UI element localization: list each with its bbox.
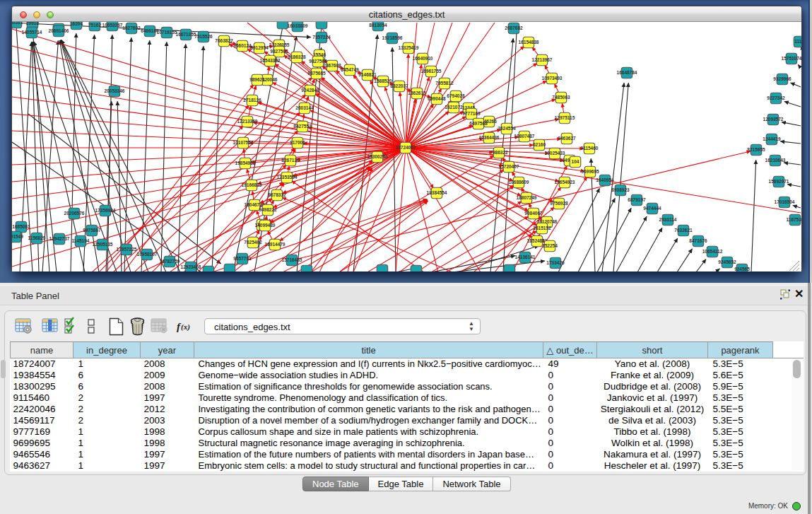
svg-text:16543382: 16543382 — [260, 58, 281, 63]
svg-text:10958107: 10958107 — [137, 252, 158, 257]
svg-text:75162: 75162 — [88, 23, 101, 28]
svg-text:1733426: 1733426 — [546, 260, 565, 265]
svg-text:8912954: 8912954 — [250, 45, 269, 50]
svg-text:9242848: 9242848 — [301, 88, 319, 93]
svg-text:6794028: 6794028 — [447, 93, 465, 98]
svg-text:252254: 252254 — [542, 243, 558, 248]
svg-text:2718126: 2718126 — [243, 98, 261, 103]
svg-text:16046736: 16046736 — [245, 202, 265, 207]
svg-text:1615152: 1615152 — [533, 226, 551, 230]
svg-text:19654923: 19654923 — [555, 180, 575, 185]
svg-text:14099489: 14099489 — [255, 223, 276, 228]
svg-text:16914479: 16914479 — [265, 242, 286, 247]
svg-text:18724007: 18724007 — [396, 145, 416, 150]
svg-text:1167534: 1167534 — [787, 217, 801, 222]
svg-text:9474444: 9474444 — [643, 206, 661, 211]
svg-text:16782759: 16782759 — [160, 259, 180, 264]
svg-text:2933114: 2933114 — [659, 217, 677, 222]
svg-text:104: 104 — [572, 159, 579, 164]
svg-text:9875685: 9875685 — [307, 71, 326, 76]
svg-text:15716485: 15716485 — [282, 257, 302, 262]
svg-text:17359924: 17359924 — [95, 208, 116, 213]
svg-text:19218596: 19218596 — [382, 35, 403, 40]
svg-text:391549: 391549 — [12, 234, 23, 239]
svg-text:9245652: 9245652 — [718, 259, 736, 264]
svg-text:3624554: 3624554 — [498, 126, 516, 131]
svg-text:10654112: 10654112 — [702, 249, 723, 254]
svg-text:9756928: 9756928 — [550, 201, 568, 206]
svg-text:8267130: 8267130 — [281, 158, 300, 163]
svg-text:1588520: 1588520 — [374, 78, 392, 83]
svg-text:7625402: 7625402 — [244, 240, 262, 245]
svg-text:1685061: 1685061 — [12, 224, 30, 229]
svg-text:2367608: 2367608 — [323, 63, 341, 68]
svg-text:12505135: 12505135 — [93, 242, 113, 247]
svg-text:10853267: 10853267 — [102, 23, 123, 28]
svg-text:10719155: 10719155 — [157, 30, 177, 35]
svg-text:8454749: 8454749 — [341, 67, 359, 72]
svg-text:9777169: 9777169 — [462, 111, 481, 116]
svg-text:7632621: 7632621 — [674, 228, 693, 233]
svg-text:12093572: 12093572 — [763, 117, 784, 122]
svg-text:10973493: 10973493 — [542, 76, 563, 81]
svg-text:16648784: 16648784 — [617, 70, 637, 75]
svg-text:8938923: 8938923 — [611, 187, 630, 192]
svg-text:9329966: 9329966 — [773, 76, 792, 81]
svg-text:8322037: 8322037 — [390, 83, 408, 88]
svg-text:9699695: 9699695 — [581, 169, 599, 174]
svg-text:20691406: 20691406 — [49, 28, 69, 33]
svg-text:9463627: 9463627 — [558, 136, 576, 141]
svg-text:29918: 29918 — [26, 22, 39, 25]
svg-text:16210643: 16210643 — [765, 158, 786, 163]
svg-text:10107554: 10107554 — [233, 140, 254, 145]
svg-text:62160: 62160 — [533, 142, 546, 147]
svg-text:2687682: 2687682 — [505, 25, 523, 30]
svg-text:10025433: 10025433 — [545, 151, 565, 156]
svg-text:14136141: 14136141 — [515, 255, 536, 259]
svg-text:9084067: 9084067 — [524, 211, 543, 216]
svg-text:12353594: 12353594 — [277, 175, 298, 180]
svg-text:8215955: 8215955 — [747, 147, 765, 152]
svg-text:8990448: 8990448 — [428, 96, 446, 101]
svg-text:16671355: 16671355 — [176, 32, 196, 37]
svg-text:80531: 80531 — [12, 22, 23, 25]
svg-text:18807249: 18807249 — [517, 195, 537, 200]
svg-text:8427552: 8427552 — [293, 124, 312, 129]
svg-text:1244419: 1244419 — [763, 136, 781, 141]
svg-text:12942737: 12942737 — [49, 236, 70, 241]
svg-text:20206576: 20206576 — [64, 211, 85, 216]
svg-text:9498222: 9498222 — [259, 207, 277, 212]
svg-text:9146821: 9146821 — [358, 72, 377, 77]
svg-text:12975115: 12975115 — [555, 115, 575, 120]
svg-text:8678332: 8678332 — [268, 192, 286, 197]
svg-text:10807487: 10807487 — [514, 134, 535, 139]
svg-text:16204: 16204 — [70, 22, 83, 26]
svg-text:9827503: 9827503 — [270, 49, 288, 54]
svg-text:7955812: 7955812 — [435, 81, 454, 86]
svg-text:17016504: 17016504 — [775, 199, 795, 204]
svg-text:17957225: 17957225 — [117, 247, 137, 252]
svg-text:7986322: 7986322 — [490, 150, 508, 155]
svg-text:15692971: 15692971 — [769, 179, 789, 184]
svg-text:7663822: 7663822 — [215, 38, 233, 43]
svg-text:16033809: 16033809 — [288, 23, 308, 28]
svg-text:13325419: 13325419 — [399, 45, 419, 50]
svg-text:7357224: 7357224 — [312, 35, 331, 40]
svg-text:16154838: 16154838 — [519, 40, 539, 45]
svg-text:19166825: 19166825 — [242, 182, 262, 187]
svg-text:12923468: 12923468 — [181, 264, 201, 269]
svg-text:8813054: 8813054 — [369, 23, 387, 28]
svg-text:19854985: 19854985 — [235, 160, 256, 165]
svg-text:9115460: 9115460 — [581, 146, 599, 151]
svg-text:20053346: 20053346 — [105, 88, 125, 93]
svg-text:1362615: 1362615 — [408, 90, 426, 95]
svg-text:9660124: 9660124 — [233, 43, 252, 48]
svg-text:1527602: 1527602 — [122, 25, 141, 30]
svg-text:15751074: 15751074 — [782, 56, 801, 61]
svg-text:2603144: 2603144 — [295, 105, 314, 110]
svg-text:1156829: 1156829 — [28, 235, 46, 240]
svg-text:924565: 924565 — [734, 267, 750, 271]
svg-text:6497568: 6497568 — [469, 121, 488, 126]
svg-text:(x): (x) — [181, 322, 190, 332]
svg-text:9657791: 9657791 — [233, 256, 252, 261]
